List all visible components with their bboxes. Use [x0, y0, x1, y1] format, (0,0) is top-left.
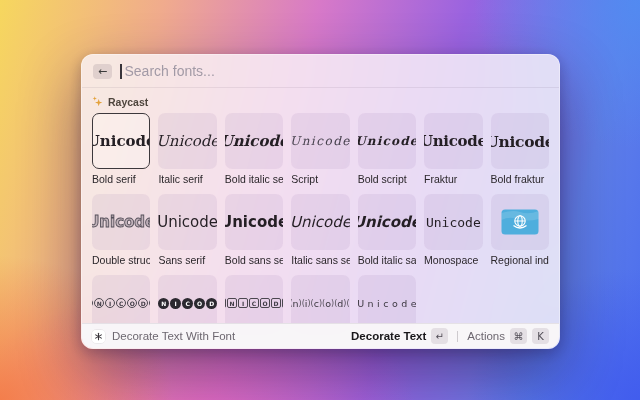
font-label: Fraktur: [424, 173, 482, 185]
font-cell: UnicodeScript: [291, 113, 349, 185]
font-preview: Unicode: [92, 213, 150, 231]
font-label: Monospace: [424, 254, 482, 266]
font-preview: Unicode: [92, 132, 150, 150]
font-tile-bold-script[interactable]: Unicode: [358, 113, 416, 169]
font-tile-fraktur[interactable]: Unicode: [424, 113, 482, 169]
raycast-window: ← Raycast UnicodeBold serifUnicodeItalic…: [81, 54, 560, 349]
font-cell: Regional indic...: [491, 194, 549, 266]
font-label: Bold serif: [92, 173, 150, 185]
font-grid: UnicodeBold serifUnicodeItalic serifUnic…: [82, 108, 559, 331]
font-preview: Unicode: [358, 213, 416, 231]
font-tile-bold-serif[interactable]: Unicode: [92, 113, 150, 169]
font-preview: Unicode: [291, 134, 349, 148]
font-tile-italic-serif[interactable]: Unicode: [158, 113, 216, 169]
font-preview: Unicode: [491, 132, 549, 151]
font-cell: UnicodeFraktur: [424, 113, 482, 185]
font-label: Script: [291, 173, 349, 185]
asterisk-icon: [94, 332, 103, 341]
font-preview: Unicode: [225, 213, 283, 231]
raycast-sparkle-icon: [92, 96, 103, 107]
results-list: Raycast UnicodeBold serifUnicodeItalic s…: [82, 87, 559, 348]
font-label: Bold italic san...: [358, 254, 416, 266]
primary-action-button[interactable]: Decorate Text ↵: [351, 328, 448, 344]
font-label: Double struck: [92, 254, 150, 266]
font-preview: Unicode: [225, 132, 283, 150]
font-tile-regional-indic[interactable]: [491, 194, 549, 250]
font-cell: UnicodeItalic serif: [158, 113, 216, 185]
font-cell: UnicodeBold fraktur: [491, 113, 549, 185]
font-label: Sans serif: [158, 254, 216, 266]
font-label: Bold script: [358, 173, 416, 185]
font-preview: Unicode: [358, 134, 416, 148]
font-preview: [501, 209, 539, 235]
font-preview: Unicode: [291, 213, 349, 231]
font-tile-bold-italic-serif[interactable]: Unicode: [225, 113, 283, 169]
footer-actions: Decorate Text ↵ Actions ⌘ K: [351, 328, 549, 344]
font-label: Regional indic...: [491, 254, 549, 266]
actions-menu-button[interactable]: Actions ⌘ K: [467, 328, 549, 344]
font-preview: Unicode: [158, 213, 216, 231]
font-preview: UNICODE: [92, 298, 150, 308]
font-label: Italic sans serif: [291, 254, 349, 266]
font-tile-sans-serif[interactable]: Unicode: [158, 194, 216, 250]
return-key-badge: ↵: [431, 328, 448, 344]
actions-label: Actions: [467, 330, 505, 342]
font-tile-bold-fraktur[interactable]: Unicode: [491, 113, 549, 169]
section-title: Raycast: [108, 96, 148, 108]
font-cell: UnicodeMonospace: [424, 194, 482, 266]
font-tile-monospace[interactable]: Unicode: [424, 194, 482, 250]
extension-app-icon: [92, 330, 105, 343]
font-preview: Unicode: [424, 132, 482, 150]
section-header: Raycast: [92, 95, 549, 108]
font-preview: Unicode: [358, 298, 416, 309]
desktop-background: ← Raycast UnicodeBold serifUnicodeItalic…: [0, 0, 640, 400]
font-tile-italic-sans-serif[interactable]: Unicode: [291, 194, 349, 250]
font-label: Bold fraktur: [491, 173, 549, 185]
font-grid-row: UnicodeDouble struckUnicodeSans serifUni…: [92, 194, 549, 266]
back-button[interactable]: ←: [93, 64, 112, 79]
font-cell: UnicodeItalic sans serif: [291, 194, 349, 266]
font-grid-row: UnicodeBold serifUnicodeItalic serifUnic…: [92, 113, 549, 185]
footer-app-label: Decorate Text With Font: [112, 330, 235, 342]
font-tile-bold-sans-serif[interactable]: Unicode: [225, 194, 283, 250]
cmd-key-badge: ⌘: [510, 328, 527, 344]
font-cell: UnicodeBold sans serif: [225, 194, 283, 266]
font-preview: UNICODE: [225, 298, 283, 308]
primary-action-label: Decorate Text: [351, 330, 426, 342]
font-cell: UnicodeSans serif: [158, 194, 216, 266]
k-key-badge: K: [532, 328, 549, 344]
font-tile-bold-italic-san[interactable]: Unicode: [358, 194, 416, 250]
font-cell: UnicodeBold script: [358, 113, 416, 185]
font-preview: U(n)(i)(c)(o)(d)(e): [291, 298, 349, 309]
font-cell: UnicodeDouble struck: [92, 194, 150, 266]
search-input[interactable]: [125, 63, 549, 79]
back-arrow-icon: ←: [98, 66, 107, 77]
search-bar: ←: [82, 55, 559, 88]
font-tile-double-struck[interactable]: Unicode: [92, 194, 150, 250]
un-flag-icon: [501, 209, 539, 235]
font-label: Bold sans serif: [225, 254, 283, 266]
font-cell: UnicodeBold serif: [92, 113, 150, 185]
font-label: Italic serif: [158, 173, 216, 185]
font-preview: Unicode: [426, 215, 481, 230]
footer-divider: [457, 331, 458, 342]
font-preview: Unicode: [158, 132, 216, 150]
font-preview: UNICODE: [158, 298, 216, 309]
font-tile-script[interactable]: Unicode: [291, 113, 349, 169]
font-label: Bold italic serif: [225, 173, 283, 185]
footer-app: Decorate Text With Font: [92, 330, 235, 343]
font-cell: UnicodeBold italic san...: [358, 194, 416, 266]
text-caret: [120, 64, 122, 79]
footer-bar: Decorate Text With Font Decorate Text ↵ …: [82, 323, 559, 348]
font-cell: UnicodeBold italic serif: [225, 113, 283, 185]
